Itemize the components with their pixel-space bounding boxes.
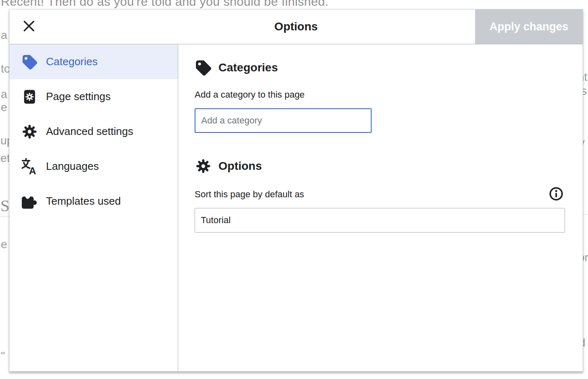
gear-icon <box>195 158 212 175</box>
tag-icon <box>195 59 212 76</box>
section-heading-text: Options <box>218 160 262 173</box>
sidebar-item-page-settings[interactable]: Page settings <box>9 79 178 114</box>
gear-icon <box>21 123 38 140</box>
background-section-rule <box>0 216 9 217</box>
options-dialog: Options Apply changes Categories <box>9 9 583 372</box>
close-button[interactable] <box>17 15 41 39</box>
background-text-line: Recent! Then do as you're told and you s… <box>1 0 328 9</box>
sidebar-item-templates-used[interactable]: Templates used <box>9 184 178 219</box>
page-settings-icon <box>21 88 38 105</box>
background-text-fragment: a <box>1 29 7 42</box>
close-icon <box>22 19 36 34</box>
background-section-rule <box>583 214 588 215</box>
sort-info-button[interactable] <box>549 187 564 202</box>
sidebar-item-categories[interactable]: Categories <box>9 44 178 79</box>
apply-changes-button[interactable]: Apply changes <box>475 9 583 44</box>
svg-text:A: A <box>29 165 36 176</box>
background-text-fragment: a <box>1 88 7 101</box>
sidebar-item-label: Categories <box>46 55 98 68</box>
sort-key-label: Sort this page by default as <box>195 189 304 200</box>
background-text-fragment: S <box>0 196 9 215</box>
background-text-fragment: et <box>0 152 10 165</box>
sidebar-item-advanced-settings[interactable]: Advanced settings <box>9 114 178 149</box>
sort-key-input[interactable] <box>195 208 565 233</box>
info-icon <box>549 186 564 203</box>
sidebar-item-label: Advanced settings <box>46 125 133 138</box>
background-text-fragment: " <box>1 349 5 363</box>
dialog-header: Options Apply changes <box>9 9 583 44</box>
section-heading-text: Categories <box>218 61 278 74</box>
categories-section-heading: Categories <box>195 59 278 76</box>
dialog-sidebar: Categories <box>9 44 178 371</box>
add-category-label: Add a category to this page <box>195 89 305 100</box>
sidebar-item-label: Languages <box>46 160 99 173</box>
language-icon: A <box>21 158 38 175</box>
background-text-fragment: e <box>1 101 7 114</box>
puzzle-icon <box>21 193 38 210</box>
sidebar-item-label: Page settings <box>46 90 111 103</box>
sidebar-item-languages[interactable]: A Languages <box>9 149 178 184</box>
categories-panel: Categories Add a category to this page <box>178 44 583 371</box>
background-text-fragment: e <box>1 238 7 251</box>
add-category-input[interactable] <box>195 108 372 133</box>
dialog-body: Categories <box>9 44 583 371</box>
options-section-heading: Options <box>195 158 262 175</box>
sidebar-item-label: Templates used <box>46 195 121 208</box>
tag-icon <box>21 53 38 71</box>
